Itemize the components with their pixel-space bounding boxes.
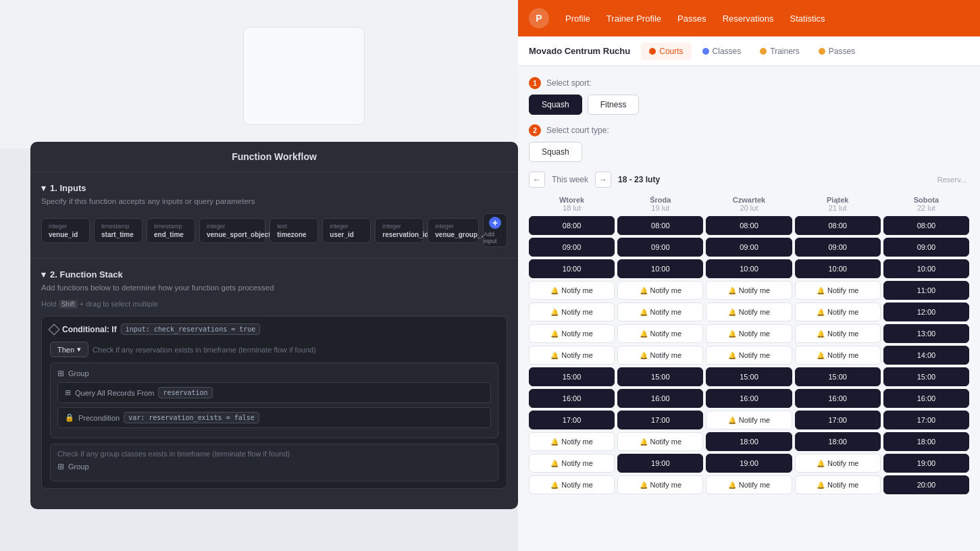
time-slot-2-3[interactable]: 🔔 Notify me xyxy=(706,281,792,300)
conditional-block: Conditional: If input: check_reservation… xyxy=(41,316,507,489)
time-slot-1-11[interactable]: 19:00 xyxy=(617,454,703,473)
time-slot-4-8[interactable]: 16:00 xyxy=(883,389,969,408)
time-slot-3-6[interactable]: 🔔 Notify me xyxy=(795,346,881,365)
input-user-id[interactable]: integer user_id xyxy=(322,218,371,243)
time-slot-1-12[interactable]: 🔔 Notify me xyxy=(617,475,703,494)
time-slot-0-8[interactable]: 16:00 xyxy=(529,389,615,408)
time-slot-4-7[interactable]: 15:00 xyxy=(883,367,969,386)
time-slot-1-7[interactable]: 15:00 xyxy=(617,367,703,386)
nav-passes[interactable]: Passes xyxy=(677,14,706,24)
precondition-row: 🔒 Precondition var: reservation_exists =… xyxy=(57,407,491,428)
input-venue-id[interactable]: integer venue_id xyxy=(41,218,90,243)
next-week-arrow[interactable]: → xyxy=(595,172,611,188)
time-slot-3-2[interactable]: 10:00 xyxy=(795,259,881,278)
time-slot-4-2[interactable]: 10:00 xyxy=(883,259,969,278)
bg-inner xyxy=(243,27,365,125)
tab-courts[interactable]: Courts xyxy=(641,43,691,60)
time-slot-3-10[interactable]: 18:00 xyxy=(795,432,881,451)
time-slot-0-2[interactable]: 10:00 xyxy=(529,259,615,278)
time-slot-1-9[interactable]: 17:00 xyxy=(617,411,703,429)
step1-num: 1 xyxy=(529,77,541,89)
input-reservation-id[interactable]: integer reservation_id xyxy=(375,218,423,243)
time-slot-3-4[interactable]: 🔔 Notify me xyxy=(795,303,881,321)
nav-reservations[interactable]: Reservations xyxy=(723,14,774,24)
time-slot-2-10[interactable]: 18:00 xyxy=(706,432,792,451)
time-slot-2-2[interactable]: 10:00 xyxy=(706,259,792,278)
time-slot-4-1[interactable]: 09:00 xyxy=(883,238,969,257)
time-slot-0-4[interactable]: 🔔 Notify me xyxy=(529,303,615,321)
input-end-time[interactable]: timestamp end_time xyxy=(147,218,195,243)
time-slot-3-0[interactable]: 08:00 xyxy=(795,216,881,235)
add-input-button[interactable]: + Add input xyxy=(483,213,507,247)
time-slot-0-3[interactable]: 🔔 Notify me xyxy=(529,281,615,300)
time-slot-4-11[interactable]: 19:00 xyxy=(883,454,969,473)
time-slot-4-4[interactable]: 12:00 xyxy=(883,303,969,321)
then-button[interactable]: Then ▾ xyxy=(50,342,88,357)
time-slot-4-12[interactable]: 20:00 xyxy=(883,475,969,494)
time-slot-1-6[interactable]: 🔔 Notify me xyxy=(617,346,703,365)
time-slot-0-6[interactable]: 🔔 Notify me xyxy=(529,346,615,365)
sport-squash-btn[interactable]: Squash xyxy=(529,95,582,115)
time-slot-2-0[interactable]: 08:00 xyxy=(706,216,792,235)
nav-profile[interactable]: Profile xyxy=(565,14,590,24)
time-slot-2-4[interactable]: 🔔 Notify me xyxy=(706,303,792,321)
time-slot-4-6[interactable]: 14:00 xyxy=(883,346,969,365)
time-slot-4-3[interactable]: 11:00 xyxy=(883,281,969,300)
time-slot-1-3[interactable]: 🔔 Notify me xyxy=(617,281,703,300)
time-slot-4-10[interactable]: 18:00 xyxy=(883,432,969,451)
sport-fitness-btn[interactable]: Fitness xyxy=(588,95,640,115)
time-slot-4-0[interactable]: 08:00 xyxy=(883,216,969,235)
condition-code: input: check_reservations = true xyxy=(121,323,261,335)
time-slot-1-2[interactable]: 10:00 xyxy=(617,259,703,278)
time-slot-0-1[interactable]: 09:00 xyxy=(529,238,615,257)
time-slot-1-5[interactable]: 🔔 Notify me xyxy=(617,324,703,343)
time-slot-2-9[interactable]: 🔔 Notify me xyxy=(706,411,792,429)
time-slot-2-11[interactable]: 19:00 xyxy=(706,454,792,473)
time-slot-4-5[interactable]: 13:00 xyxy=(883,324,969,343)
time-slot-2-12[interactable]: 🔔 Notify me xyxy=(706,475,792,494)
time-slot-1-1[interactable]: 09:00 xyxy=(617,238,703,257)
time-slot-1-0[interactable]: 08:00 xyxy=(617,216,703,235)
check-description: Check if any group classes exists in tim… xyxy=(57,450,491,458)
calendar-header: Wtorek 18 lut Środa 19 lut Czwartek 20 l… xyxy=(529,196,969,212)
time-slot-0-11[interactable]: 🔔 Notify me xyxy=(529,454,615,473)
input-venue-sport-object[interactable]: integer venue_sport_object_id xyxy=(199,218,265,243)
section2-title: ▾ 2. Function Stack xyxy=(41,269,507,280)
section1-subtitle: Specify if this function accepts any inp… xyxy=(41,197,507,205)
time-slot-3-1[interactable]: 09:00 xyxy=(795,238,881,257)
time-slot-3-9[interactable]: 17:00 xyxy=(795,411,881,429)
time-slot-1-10[interactable]: 🔔 Notify me xyxy=(617,432,703,451)
time-slot-4-9[interactable]: 17:00 xyxy=(883,411,969,429)
time-slot-0-7[interactable]: 15:00 xyxy=(529,367,615,386)
court-squash-btn[interactable]: Squash xyxy=(529,142,582,162)
time-slot-3-5[interactable]: 🔔 Notify me xyxy=(795,324,881,343)
time-slot-0-10[interactable]: 🔔 Notify me xyxy=(529,432,615,451)
time-slot-0-9[interactable]: 17:00 xyxy=(529,411,615,429)
tab-trainers[interactable]: Trainers xyxy=(752,43,808,60)
tab-classes[interactable]: Classes xyxy=(694,43,750,60)
time-slot-3-3[interactable]: 🔔 Notify me xyxy=(795,281,881,300)
time-slot-2-8[interactable]: 16:00 xyxy=(706,389,792,408)
time-slot-3-12[interactable]: 🔔 Notify me xyxy=(795,475,881,494)
group-icon-2: ⊞ xyxy=(57,462,64,471)
time-slot-2-7[interactable]: 15:00 xyxy=(706,367,792,386)
prev-week-arrow[interactable]: ← xyxy=(529,172,545,188)
tab-passes[interactable]: Passes xyxy=(810,43,863,60)
input-timezone[interactable]: text timezone xyxy=(269,218,318,243)
nav-trainer-profile[interactable]: Trainer Profile xyxy=(607,14,661,24)
time-slot-3-11[interactable]: 🔔 Notify me xyxy=(795,454,881,473)
time-slot-2-1[interactable]: 09:00 xyxy=(706,238,792,257)
time-slot-3-8[interactable]: 16:00 xyxy=(795,389,881,408)
query-row: ⊞ Query All Records From reservation xyxy=(57,382,491,403)
time-slot-0-5[interactable]: 🔔 Notify me xyxy=(529,324,615,343)
time-slot-2-6[interactable]: 🔔 Notify me xyxy=(706,346,792,365)
nav-statistics[interactable]: Statistics xyxy=(790,14,825,24)
time-slot-0-12[interactable]: 🔔 Notify me xyxy=(529,475,615,494)
time-slot-2-5[interactable]: 🔔 Notify me xyxy=(706,324,792,343)
time-slot-1-8[interactable]: 16:00 xyxy=(617,389,703,408)
input-venue-group[interactable]: integer venue_group_... xyxy=(428,218,479,243)
time-slot-0-0[interactable]: 08:00 xyxy=(529,216,615,235)
time-slot-1-4[interactable]: 🔔 Notify me xyxy=(617,303,703,321)
time-slot-3-7[interactable]: 15:00 xyxy=(795,367,881,386)
input-start-time[interactable]: timestamp start_time xyxy=(94,218,143,243)
